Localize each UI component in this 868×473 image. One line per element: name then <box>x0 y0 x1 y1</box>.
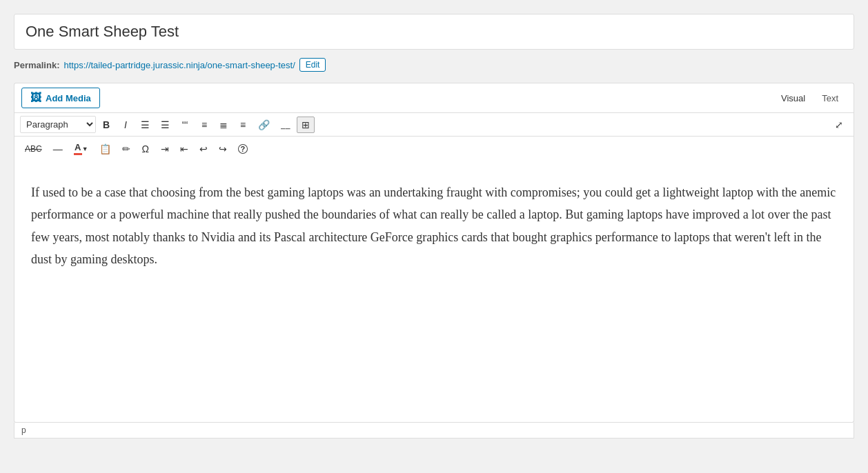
clear-formatting-icon: ✏ <box>122 143 130 154</box>
align-right-button[interactable]: ≡ <box>234 117 252 133</box>
paste-text-button[interactable]: 📋 <box>95 141 116 157</box>
undo-icon: ↩ <box>199 143 208 154</box>
permalink-link[interactable]: https://tailed-partridge.jurassic.ninja/… <box>63 60 295 70</box>
paragraph-format-select[interactable]: Paragraph Heading 1 Heading 2 Heading 3 <box>20 116 96 133</box>
insert-readmore-button[interactable]: ⎯⎯ <box>276 118 295 132</box>
blockquote-button[interactable]: ““ <box>176 117 194 132</box>
toolbar-row2: ABC — A ▼ 📋 ✏ Ω ⇥ <box>14 137 854 161</box>
link-icon: 🔗 <box>258 119 270 130</box>
toolbar-row1: Paragraph Heading 1 Heading 2 Heading 3 … <box>14 113 854 137</box>
editor-wrapper: Permalink: https://tailed-partridge.jura… <box>0 0 868 473</box>
outdent-button[interactable]: ⇤ <box>175 141 193 157</box>
help-icon: ? <box>238 144 248 154</box>
visual-text-tabs: Visual Text <box>773 89 847 108</box>
strikethrough-button[interactable]: ABC <box>20 141 47 157</box>
italic-icon: I <box>124 119 127 130</box>
align-right-icon: ≡ <box>240 119 246 130</box>
hr-button[interactable]: — <box>48 141 68 157</box>
add-media-label: Add Media <box>46 93 91 103</box>
paste-text-icon: 📋 <box>99 143 111 154</box>
blockquote-icon: ““ <box>182 119 188 130</box>
indent-button[interactable]: ⇥ <box>156 141 174 157</box>
permalink-row: Permalink: https://tailed-partridge.jura… <box>14 58 854 72</box>
kitchen-sink-icon: ⊞ <box>302 119 310 130</box>
permalink-label: Permalink: <box>14 60 59 70</box>
italic-button[interactable]: I <box>117 117 135 133</box>
bold-button[interactable]: B <box>97 117 115 133</box>
outdent-icon: ⇤ <box>180 143 188 154</box>
post-title-input[interactable] <box>14 14 854 50</box>
editor-content[interactable]: If used to be a case that choosing from … <box>14 161 854 423</box>
special-char-button[interactable]: Ω <box>137 141 155 157</box>
align-left-icon: ≡ <box>201 119 207 130</box>
help-button[interactable]: ? <box>233 141 253 157</box>
bold-icon: B <box>103 119 110 130</box>
strikethrough-icon: ABC <box>25 144 42 154</box>
fullscreen-icon: ⤢ <box>835 119 843 130</box>
add-media-icon: 🖼 <box>30 92 41 104</box>
text-color-icon: A <box>74 142 82 155</box>
tab-visual[interactable]: Visual <box>773 89 813 108</box>
redo-button[interactable]: ↪ <box>214 141 232 157</box>
omega-icon: Ω <box>141 143 148 154</box>
editor-paragraph[interactable]: If used to be a case that choosing from … <box>31 181 837 271</box>
add-media-button[interactable]: 🖼 Add Media <box>21 88 100 108</box>
path-row: p <box>14 423 854 439</box>
permalink-edit-button[interactable]: Edit <box>299 58 326 72</box>
align-center-button[interactable]: ≣ <box>215 117 233 133</box>
fullscreen-button[interactable]: ⤢ <box>830 117 848 133</box>
color-dropdown-icon: ▼ <box>82 145 88 152</box>
redo-icon: ↪ <box>219 143 227 154</box>
clear-formatting-button[interactable]: ✏ <box>117 141 135 157</box>
kitchen-sink-button[interactable]: ⊞ <box>297 117 315 133</box>
unordered-list-button[interactable]: ☰ <box>136 117 155 133</box>
toolbar-top-row: 🖼 Add Media Visual Text <box>14 83 854 113</box>
indent-icon: ⇥ <box>161 143 169 154</box>
path-tag: p <box>21 425 26 435</box>
ul-icon: ☰ <box>141 119 150 130</box>
insert-link-button[interactable]: 🔗 <box>253 117 275 133</box>
undo-button[interactable]: ↩ <box>195 141 213 157</box>
align-center-icon: ≣ <box>219 119 228 130</box>
tab-text[interactable]: Text <box>813 89 847 108</box>
toolbar-area: 🖼 Add Media Visual Text Paragraph Headin… <box>14 83 854 161</box>
ordered-list-button[interactable]: ☰ <box>156 117 175 133</box>
ol-icon: ☰ <box>161 119 170 130</box>
text-color-button[interactable]: A ▼ <box>69 139 93 158</box>
hr-icon: — <box>53 143 63 154</box>
readmore-icon: ⎯⎯ <box>281 121 290 129</box>
align-left-button[interactable]: ≡ <box>195 117 213 133</box>
editor-text-area[interactable]: If used to be a case that choosing from … <box>31 181 837 271</box>
